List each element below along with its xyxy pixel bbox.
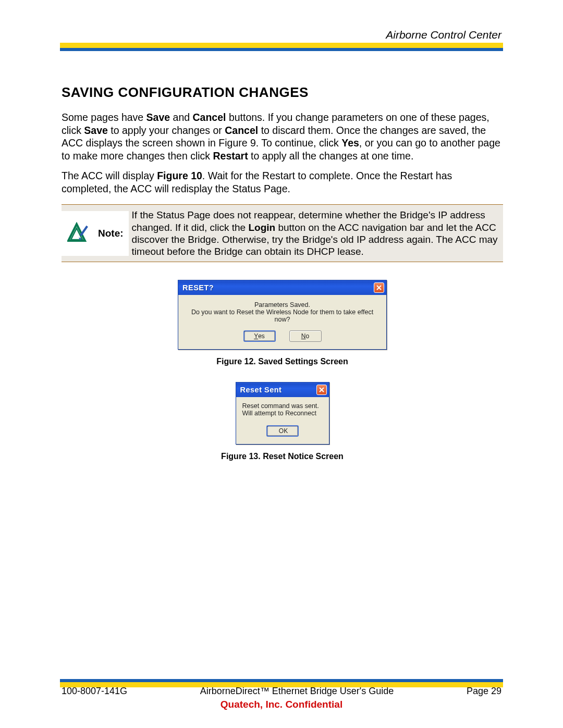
text: and [170, 112, 192, 123]
text: o [305, 332, 309, 340]
bold: Yes [341, 137, 359, 149]
dialog-line-2: Do you want to Reset the Wireless Node f… [183, 309, 381, 323]
page-footer: 100-8007-141G AirborneDirect™ Ethernet B… [62, 686, 501, 710]
bold: Cancel [193, 112, 226, 123]
doc-number: 100-8007-141G [62, 686, 127, 697]
close-icon[interactable] [316, 385, 327, 395]
bold: Figure 10 [157, 170, 202, 181]
confidential-label: Quatech, Inc. Confidential [62, 699, 501, 710]
close-icon[interactable] [374, 282, 384, 293]
figure-13-container: Reset Sent Reset command was sent. Will … [62, 382, 503, 477]
dialog-line-2: Will attempt to Reconnect [240, 410, 325, 417]
paragraph-1: Some pages have Save and Cancel buttons.… [62, 111, 503, 162]
figure-13-caption: Figure 13. Reset Notice Screen [221, 452, 344, 461]
dialog-button-row: OK [240, 425, 325, 437]
note-block: Note: If the Status Page does not reappe… [62, 204, 503, 262]
bold: Save [84, 125, 108, 136]
reset-sent-dialog: Reset Sent Reset command was sent. Will … [236, 382, 329, 445]
bold: Login [248, 222, 275, 233]
mnemonic: N [301, 332, 306, 340]
text: Some pages have [62, 112, 146, 123]
text: to apply your changes or [108, 125, 225, 136]
note-body: If the Status Page does not reappear, de… [129, 206, 503, 261]
page: Airborne Control Center SAVING CONFIGURA… [0, 0, 563, 728]
dialog-body: Reset command was sent. Will attempt to … [236, 397, 329, 444]
text: es [258, 332, 265, 340]
dialog-title: RESET? [182, 283, 214, 292]
note-label: Note: [98, 211, 129, 256]
bold: Save [146, 112, 170, 123]
dialog-titlebar: RESET? [178, 280, 386, 295]
reset-dialog: RESET? Parameters Saved. Do you want to … [178, 280, 387, 350]
dialog-titlebar: Reset Sent [236, 382, 329, 397]
text: to apply all the changes at one time. [248, 150, 414, 162]
dialog-button-row: Yes No [183, 330, 381, 342]
text: The ACC will display [62, 170, 157, 181]
dialog-line-1: Parameters Saved. [183, 301, 381, 309]
dialog-line-1: Reset command was sent. [240, 402, 325, 410]
page-number: Page 29 [467, 686, 501, 697]
page-header-title: Airborne Control Center [386, 29, 501, 41]
bold: Restart [213, 150, 248, 162]
figure-12-caption: Figure 12. Saved Settings Screen [216, 357, 348, 366]
dialog-body: Parameters Saved. Do you want to Reset t… [178, 295, 386, 349]
mnemonic: Y [254, 332, 258, 340]
note-icon [62, 211, 98, 256]
doc-title: AirborneDirect™ Ethernet Bridge User's G… [200, 686, 394, 697]
footer-row: 100-8007-141G AirborneDirect™ Ethernet B… [62, 686, 501, 697]
yes-button[interactable]: Yes [243, 330, 276, 342]
figure-12-container: RESET? Parameters Saved. Do you want to … [62, 280, 503, 382]
content-area: SAVING CONFIGURATION CHANGES Some pages … [62, 84, 503, 477]
paragraph-2: The ACC will display Figure 10. Wait for… [62, 169, 503, 195]
dialog-title: Reset Sent [240, 386, 282, 394]
bold: Cancel [225, 125, 258, 136]
ok-button[interactable]: OK [266, 425, 299, 437]
no-button[interactable]: No [289, 330, 322, 342]
top-divider [60, 43, 503, 51]
section-heading: SAVING CONFIGURATION CHANGES [62, 84, 503, 101]
